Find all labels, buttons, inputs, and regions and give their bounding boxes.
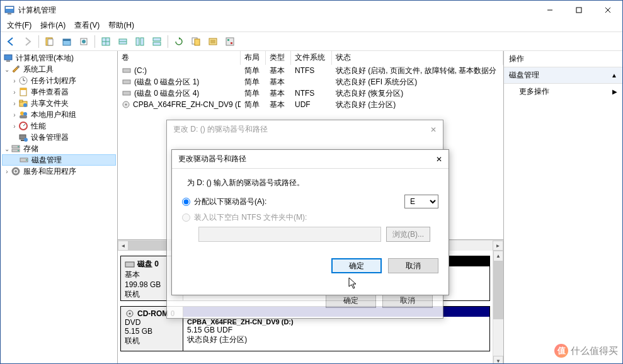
svg-point-41: [23, 103, 27, 107]
volume-row[interactable]: CPBA_X64FRE_ZH-CN_DV9 (D:) 简单 基本 UDF 状态良…: [118, 99, 503, 110]
expander-icon[interactable]: ›: [3, 168, 11, 175]
tree-pane[interactable]: 计算机管理(本地) ⌄ 系统工具 › 任务计划程序 › 事件查看器 › 共享文件…: [1, 51, 118, 363]
col-volume[interactable]: 卷: [118, 51, 241, 65]
tree-shared[interactable]: › 共享文件夹: [2, 98, 116, 109]
tree-users[interactable]: › 本地用户和组: [2, 109, 116, 120]
tree-services-label: 服务和应用程序: [23, 166, 76, 177]
separator: [38, 35, 39, 48]
expander-icon[interactable]: ›: [11, 89, 18, 96]
tool-1[interactable]: [42, 34, 57, 49]
actions-more[interactable]: 更多操作 ▶: [504, 84, 622, 100]
svg-rect-8: [48, 39, 53, 45]
svg-point-57: [14, 170, 17, 173]
menu-file[interactable]: 文件(F): [3, 19, 35, 32]
svg-rect-38: [20, 88, 26, 90]
col-fs[interactable]: 文件系统: [291, 51, 332, 65]
dialog2-cancel-button[interactable]: 取消: [388, 258, 438, 273]
tree-eventviewer[interactable]: › 事件查看器: [2, 86, 116, 98]
titlebar[interactable]: 计算机管理: [1, 1, 622, 20]
mount-path-input: [198, 227, 381, 242]
expander-icon[interactable]: ⌄: [3, 66, 11, 73]
expander-icon[interactable]: ⌄: [3, 145, 11, 152]
menu-view[interactable]: 查看(V): [71, 19, 103, 32]
radio-mount[interactable]: 装入以下空白 NTFS 文件夹中(M):: [182, 212, 438, 223]
svg-rect-40: [20, 100, 23, 102]
tree-systools[interactable]: ⌄ 系统工具: [2, 64, 116, 75]
menu-action[interactable]: 操作(A): [37, 19, 69, 32]
svg-rect-59: [123, 80, 130, 84]
drive-letter-select[interactable]: E: [404, 195, 438, 208]
collapse-icon[interactable]: ▲: [611, 72, 617, 79]
scroll-up-icon[interactable]: ▲: [493, 251, 503, 261]
svg-point-55: [26, 159, 27, 161]
volume-row[interactable]: (磁盘 0 磁盘分区 4) 简单 基本 NTFS 状态良好 (恢复分区): [118, 88, 503, 99]
close-icon[interactable]: ✕: [430, 125, 437, 134]
dialog2-title[interactable]: 更改驱动器号和路径 ✕: [172, 150, 449, 169]
tree-perf[interactable]: › 性能: [2, 120, 116, 132]
svg-point-53: [18, 150, 19, 151]
scroll-thumb[interactable]: [493, 261, 503, 319]
expander-icon[interactable]: ›: [11, 100, 18, 107]
tree-tasksched[interactable]: › 任务计划程序: [2, 75, 116, 86]
tool-4[interactable]: [98, 34, 113, 49]
tool-2[interactable]: [59, 34, 74, 49]
volume-row[interactable]: (C:) 简单 基本 NTFS 状态良好 (启动, 页面文件, 故障转储, 基本…: [118, 65, 503, 76]
svg-rect-18: [136, 38, 139, 45]
dialog2-ok-button[interactable]: 确定: [331, 258, 382, 273]
forward-button[interactable]: [20, 34, 35, 49]
scroll-left-icon[interactable]: ◄: [118, 241, 129, 251]
v-scrollbar[interactable]: ▲ ▼: [493, 251, 503, 363]
col-status[interactable]: 状态: [332, 51, 503, 65]
svg-point-33: [17, 65, 20, 68]
tool-3[interactable]: [76, 34, 91, 49]
col-type[interactable]: 类型: [266, 51, 291, 65]
svg-rect-28: [226, 38, 234, 45]
tree-devmgr-label: 设备管理器: [31, 132, 69, 143]
volume-header[interactable]: 卷 布局 类型 文件系统 状态: [118, 51, 503, 65]
svg-rect-60: [123, 91, 130, 95]
expander-icon[interactable]: ›: [11, 77, 18, 84]
col-layout[interactable]: 布局: [241, 51, 266, 65]
refresh-button[interactable]: [171, 34, 186, 49]
tree-services[interactable]: › 服务和应用程序: [2, 166, 116, 177]
expander-icon[interactable]: ›: [11, 123, 18, 130]
tool-7[interactable]: [149, 34, 164, 49]
tree-users-label: 本地用户和组: [31, 110, 76, 120]
svg-line-46: [23, 124, 25, 126]
menu-help[interactable]: 帮助(H): [105, 19, 138, 32]
actions-group[interactable]: 磁盘管理 ▲: [504, 67, 622, 84]
users-icon: [18, 110, 28, 120]
svg-rect-58: [123, 69, 130, 72]
tree-storage[interactable]: ⌄ 存储: [2, 143, 116, 154]
dialog1-title[interactable]: 更改 D: () 的驱动器号和路径 ✕: [167, 120, 443, 139]
app-icon: [4, 5, 14, 15]
tool-10[interactable]: [205, 34, 220, 49]
maximize-button[interactable]: [564, 1, 593, 20]
volume-row[interactable]: (磁盘 0 磁盘分区 1) 简单 基本 状态良好 (EFI 系统分区): [118, 76, 503, 88]
tree-root[interactable]: 计算机管理(本地): [2, 52, 116, 64]
expander-icon[interactable]: ›: [11, 111, 18, 118]
tree-diskmgmt[interactable]: › 磁盘管理: [2, 154, 116, 166]
tree-tasksched-label: 任务计划程序: [31, 76, 76, 86]
back-button[interactable]: [3, 34, 18, 49]
tools-icon: [11, 64, 21, 74]
tree-devmgr[interactable]: › 设备管理器: [2, 132, 116, 143]
tool-11[interactable]: [222, 34, 237, 49]
tree-root-label: 计算机管理(本地): [16, 53, 74, 64]
browse-button: 浏览(B)...: [386, 227, 430, 242]
tool-5[interactable]: [115, 34, 130, 49]
minimize-button[interactable]: [535, 1, 564, 20]
tool-6[interactable]: [132, 34, 147, 49]
svg-rect-19: [140, 38, 144, 45]
volume-icon: [122, 88, 132, 98]
scroll-right-icon[interactable]: ►: [493, 241, 503, 251]
close-button[interactable]: [593, 1, 622, 20]
radio-assign[interactable]: 分配以下驱动器号(A): E: [182, 195, 438, 208]
svg-rect-23: [195, 39, 200, 45]
dialog-change-letter-inner[interactable]: 更改驱动器号和路径 ✕ 为 D: () 输入新的驱动器号或路径。 分配以下驱动器…: [171, 149, 449, 295]
tool-9[interactable]: [188, 34, 203, 49]
close-icon[interactable]: ✕: [436, 155, 442, 164]
radio-assign-input[interactable]: [182, 198, 190, 206]
scroll-down-icon[interactable]: ▼: [493, 356, 503, 363]
svg-rect-2: [8, 13, 11, 14]
